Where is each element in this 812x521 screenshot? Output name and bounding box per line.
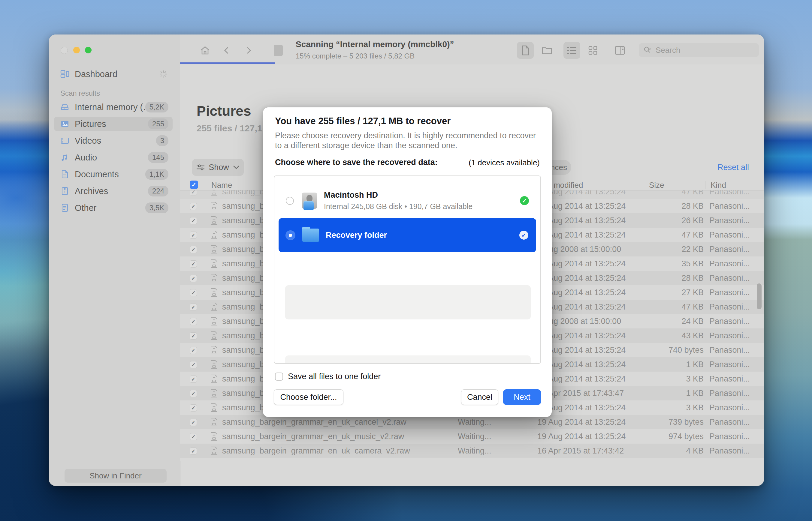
raw-file-icon (210, 245, 218, 254)
file-size: 3 KB (644, 403, 704, 412)
file-size: 43 KB (644, 331, 704, 340)
save-all-checkbox[interactable] (275, 372, 283, 381)
file-kind: Panasoni... (709, 389, 750, 398)
file-kind: Panasoni... (709, 259, 750, 268)
sidebar-item-count: 224 (148, 186, 168, 197)
column-header-kind[interactable]: Kind (710, 181, 726, 190)
show-filter-button[interactable]: Show (192, 159, 244, 176)
raw-file-icon (210, 230, 218, 239)
column-header-size[interactable]: Size (649, 181, 664, 190)
column-divider (643, 181, 643, 189)
recovery-destination-dialog: You have 255 files / 127,1 MB to recover… (263, 107, 552, 417)
next-button[interactable]: Next (503, 389, 541, 405)
select-all-checkbox[interactable]: ✓ (190, 181, 198, 189)
home-button[interactable] (197, 42, 213, 59)
sidebar-item-label: Other (75, 203, 145, 213)
file-size: 35 KB (644, 259, 704, 268)
file-size: 47 KB (644, 302, 704, 312)
sidebar-item-count: 255 (148, 118, 168, 129)
file-kind: Panasoni... (709, 245, 750, 254)
radio-unselected-icon[interactable] (286, 197, 294, 205)
column-header-name[interactable]: Name (211, 181, 232, 190)
raw-file-icon (210, 360, 218, 369)
close-window-button[interactable] (61, 47, 68, 54)
column-divider (705, 181, 705, 189)
row-checkbox[interactable]: ✓ (190, 231, 197, 239)
archives-icon (60, 186, 69, 196)
raw-file-icon (210, 216, 218, 225)
file-size: 933 bytes (644, 461, 704, 461)
back-button[interactable] (218, 42, 235, 59)
choose-folder-button[interactable]: Choose folder... (274, 389, 343, 405)
minimize-window-button[interactable] (73, 47, 80, 53)
file-kind: Panasoni... (709, 331, 750, 340)
sidebar-item-other[interactable]: Other3,5K (54, 201, 173, 215)
file-size: 3 KB (644, 374, 704, 384)
devices-available-label: (1 devices available) (469, 158, 540, 167)
row-checkbox[interactable]: ✓ (190, 448, 197, 455)
search-input[interactable] (655, 45, 746, 55)
row-checkbox[interactable]: ✓ (190, 289, 197, 296)
row-checkbox[interactable]: ✓ (190, 433, 197, 440)
file-kind: Panasoni... (709, 360, 750, 369)
forward-button[interactable] (240, 42, 257, 59)
destination-detail: Internal 245,08 GB disk • 190,7 GB avail… (324, 202, 520, 211)
other-icon (60, 203, 69, 212)
row-checkbox[interactable]: ✓ (190, 419, 197, 426)
folder-view-button[interactable] (538, 42, 555, 59)
row-checkbox[interactable]: ✓ (190, 347, 197, 354)
sidebar-item-videos[interactable]: Videos3 (54, 134, 173, 148)
preview-panel-button[interactable] (612, 42, 628, 59)
save-all-row[interactable]: Save all files to one folder (275, 372, 381, 381)
sidebar-item-internal-memory[interactable]: Internal memory (…5,2K (54, 100, 173, 114)
table-scrollbar[interactable] (757, 284, 762, 309)
row-checkbox[interactable]: ✓ (190, 390, 197, 397)
destination-recovery-folder[interactable]: Recovery folder ✓ (279, 218, 536, 252)
raw-file-icon (210, 403, 218, 412)
file-view-button[interactable] (517, 42, 534, 59)
sidebar-item-pictures[interactable]: Pictures255 (54, 117, 173, 131)
table-row[interactable]: ✓samsung_bargein_grammar_en_uk_camera_v2… (180, 444, 764, 458)
sidebar-item-dashboard[interactable]: Dashboard (54, 67, 173, 81)
row-checkbox[interactable]: ✓ (190, 318, 197, 325)
file-kind: Panasoni... (709, 302, 750, 312)
search-field[interactable] (639, 43, 759, 57)
destination-ok-icon: ✓ (520, 196, 529, 205)
row-checkbox[interactable]: ✓ (190, 260, 197, 268)
file-size: 739 bytes (644, 417, 704, 427)
row-checkbox[interactable]: ✓ (190, 303, 197, 311)
file-kind: Panasoni... (709, 288, 750, 297)
macintosh-hd-icon (302, 192, 317, 209)
destination-macintosh-hd[interactable]: Macintosh HD Internal 245,08 GB disk • 1… (278, 184, 537, 217)
dashboard-spinner-icon (159, 70, 167, 78)
radio-selected-icon[interactable] (286, 231, 295, 239)
sidebar-item-audio[interactable]: Audio145 (54, 150, 173, 165)
grid-view-button[interactable] (584, 42, 601, 59)
destination-name: Macintosh HD (324, 190, 520, 200)
row-checkbox[interactable]: ✓ (190, 275, 197, 282)
file-size: 47 KB (644, 230, 704, 240)
row-checkbox[interactable]: ✓ (190, 203, 197, 210)
sidebar-item-label: Dashboard (75, 69, 159, 79)
list-view-button[interactable] (563, 42, 580, 59)
row-checkbox[interactable]: ✓ (190, 404, 197, 411)
zoom-window-button[interactable] (85, 47, 91, 53)
raw-file-icon (210, 389, 218, 398)
table-row[interactable]: ✓samsung_bargein_grammar_en_uk_cancel_v2… (180, 415, 764, 429)
show-in-finder-button[interactable]: Show in Finder (65, 469, 167, 483)
table-row[interactable]: ✓samsung_bargein_grammar_en_uk_cancel_v2… (180, 458, 764, 461)
sidebar-item-archives[interactable]: Archives224 (54, 184, 173, 198)
scan-progress-bar (180, 62, 275, 64)
file-size: 4 KB (644, 446, 704, 456)
cancel-button[interactable]: Cancel (461, 389, 498, 405)
sidebar-item-documents[interactable]: Documents1,1K (54, 167, 173, 181)
row-checkbox[interactable]: ✓ (190, 332, 197, 340)
reset-all-link[interactable]: Reset all (718, 163, 749, 172)
row-checkbox[interactable]: ✓ (190, 361, 197, 368)
table-row[interactable]: ✓samsung_bargein_grammar_en_uk_music_v2.… (180, 429, 764, 444)
row-checkbox[interactable]: ✓ (190, 376, 197, 383)
row-checkbox[interactable]: ✓ (190, 217, 197, 224)
file-size: 27 KB (644, 288, 704, 297)
file-status: Waiting... (458, 417, 491, 427)
row-checkbox[interactable]: ✓ (190, 246, 197, 253)
